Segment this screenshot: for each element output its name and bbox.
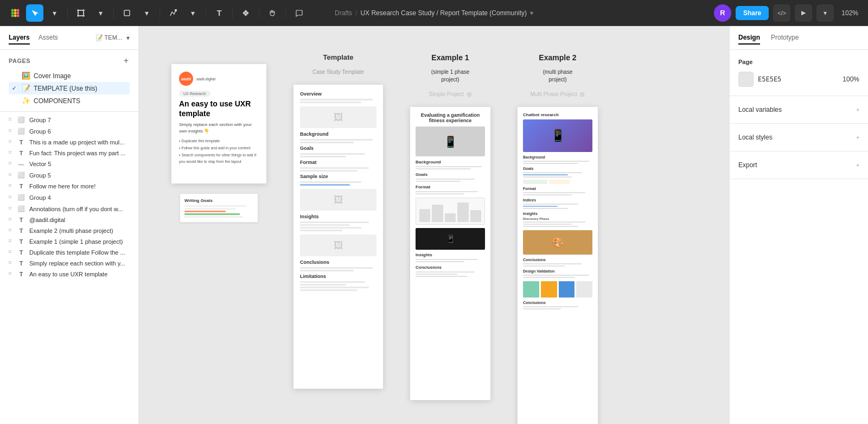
- tpl-img-2: 🖼: [300, 189, 376, 211]
- layer-name-text8: Simply replace each section with y...: [29, 260, 125, 267]
- move-tool-button[interactable]: [26, 4, 43, 22]
- ex2-color-blocks: [523, 281, 592, 298]
- svg-point-5: [17, 11, 20, 14]
- zoom-level[interactable]: 102%: [838, 9, 861, 17]
- page-color-swatch[interactable]: [738, 72, 754, 87]
- example2-artboard[interactable]: Chatbot research 📱 Background Goals: [518, 107, 598, 424]
- frame-tool-button[interactable]: [72, 4, 90, 22]
- page-color-value[interactable]: E5E5E5: [758, 75, 781, 83]
- play-dropdown[interactable]: ▾: [816, 4, 834, 22]
- layer-text-aadil-digital[interactable]: T @aadil.digital: [0, 214, 138, 225]
- export-title: Export: [738, 161, 757, 169]
- page-item-components[interactable]: ✨ COMPONENTS: [9, 94, 130, 107]
- code-view-button[interactable]: </>: [773, 4, 790, 22]
- page-opacity-value[interactable]: 100%: [843, 75, 859, 83]
- layer-text-simply-replace[interactable]: T Simply replace each section with y...: [0, 258, 138, 269]
- share-button[interactable]: Share: [736, 6, 769, 20]
- ex2-conclusions-label: Conclusions: [523, 258, 592, 262]
- canvas-area[interactable]: aadil aadil.digital UX Research An easy …: [139, 26, 729, 424]
- drag-handle-annotations: [9, 207, 13, 211]
- svg-point-6: [11, 14, 14, 17]
- toolbar: ▾ ▾ ▾ ▾: [0, 0, 868, 26]
- drag-handle-text7: [9, 250, 13, 255]
- right-panel: Design Prototype Page E5E5E5 100% Local …: [729, 26, 868, 424]
- layer-icon-group7: ⬜: [17, 116, 25, 123]
- layer-name-group6: Group 6: [29, 128, 51, 135]
- pen-tool-button[interactable]: [164, 4, 182, 22]
- page-color-row: E5E5E5 100%: [738, 72, 859, 87]
- layer-vector5[interactable]: — Vector 5: [0, 159, 138, 169]
- intro-heading: An easy to use UXR template: [179, 99, 259, 118]
- breadcrumb-file-title[interactable]: UX Research Case Study / Report Template…: [360, 9, 527, 17]
- page-icon-cover: 🖼️: [22, 72, 30, 80]
- export-row[interactable]: Export +: [738, 160, 859, 170]
- layer-group5[interactable]: ⬜ Group 5: [0, 169, 138, 181]
- ex2-workshop-img: 🎨: [523, 230, 592, 255]
- intro-badge: UX Research: [179, 91, 210, 97]
- svg-point-2: [17, 9, 20, 11]
- local-styles-section: Local styles +: [730, 124, 868, 151]
- tpl-samplesize-label: Sample size: [300, 174, 376, 179]
- intro-bullets: • Duplicate this template • Follow this …: [179, 138, 259, 165]
- pen-dropdown[interactable]: ▾: [184, 4, 201, 22]
- page-label-cover: Cover Image: [34, 72, 71, 80]
- example1-artboard[interactable]: Evaluating a gamification fitness experi…: [410, 107, 490, 400]
- page-item-template[interactable]: ✓ 📝 TEMPLATE (Use this): [9, 82, 130, 94]
- comment-tool-button[interactable]: [290, 4, 308, 22]
- add-page-button[interactable]: +: [123, 56, 130, 65]
- writing-goals-card[interactable]: Writing Goals: [180, 193, 258, 223]
- tab-chevron[interactable]: ▾: [126, 34, 130, 42]
- user-avatar[interactable]: R: [714, 4, 731, 22]
- ex1-chart: [416, 198, 485, 225]
- layer-text-example2[interactable]: T Example 2 (multi phase project): [0, 225, 138, 236]
- local-variables-row[interactable]: Local variables +: [738, 105, 859, 115]
- ex1-dark-img: 📱: [416, 228, 485, 250]
- frame-dropdown[interactable]: ▾: [92, 4, 109, 22]
- main-menu-button[interactable]: [7, 4, 24, 22]
- ex1-format-label: Format: [416, 185, 485, 189]
- components-tool-button[interactable]: [237, 4, 254, 22]
- text-tool-button[interactable]: T: [210, 4, 228, 22]
- tpl-goals-label: Goals: [300, 145, 376, 151]
- toolbar-right: R Share </> ▶ ▾ 102%: [714, 4, 861, 22]
- example2-title: Example 2: [539, 53, 576, 62]
- layer-group4[interactable]: ⬜ Group 4: [0, 192, 138, 203]
- layer-text-project-mul[interactable]: T This is a made up project with mul...: [0, 137, 138, 148]
- tab-prototype[interactable]: Prototype: [771, 31, 799, 45]
- breadcrumb-drafts[interactable]: Drafts: [335, 9, 352, 17]
- layer-group7[interactable]: ⬜ Group 7: [0, 114, 138, 125]
- layer-name-group7: Group 7: [29, 117, 51, 123]
- hand-tool-button[interactable]: [264, 4, 281, 22]
- layer-text-duplicate[interactable]: T Duplicate this template Follow the ...: [0, 247, 138, 258]
- intro-card[interactable]: aadil aadil.digital UX Research An easy …: [171, 64, 266, 183]
- tab-design[interactable]: Design: [738, 31, 760, 45]
- svg-rect-9: [78, 10, 84, 16]
- layer-icon-text9: T: [17, 271, 25, 277]
- breadcrumb-dropdown-icon[interactable]: ▾: [530, 9, 533, 17]
- page-item-cover[interactable]: 🖼️ Cover Image: [9, 69, 130, 82]
- tab-assets[interactable]: Assets: [39, 31, 58, 45]
- ex2-status-badges: [523, 180, 592, 184]
- shape-tool-button[interactable]: [118, 4, 136, 22]
- move-dropdown[interactable]: ▾: [46, 4, 63, 22]
- tab-layers[interactable]: Layers: [9, 31, 30, 45]
- layer-text-fun-fact[interactable]: T Fun fact: This project was my part ...: [0, 148, 138, 159]
- drag-handle-group6: [9, 129, 13, 134]
- ex2-design-validation-label: Design Validation: [523, 269, 592, 273]
- layer-text-easy-uxr[interactable]: T An easy to use UXR template: [0, 269, 138, 280]
- play-button[interactable]: ▶: [795, 4, 812, 22]
- example1-sublabel: Simple Project: [429, 91, 471, 97]
- page-icon-components: ✨: [22, 97, 30, 105]
- tpl-format-label: Format: [300, 160, 376, 165]
- template-artboard[interactable]: Overview 🖼 Background Goals Format: [293, 85, 383, 389]
- layer-text-follow-me[interactable]: T Follow me here for more!: [0, 181, 138, 192]
- layer-annotations[interactable]: ⬜ Annotations (turn off if you dont w...: [0, 203, 138, 214]
- local-styles-row[interactable]: Local styles +: [738, 132, 859, 142]
- layer-group6[interactable]: ⬜ Group 6: [0, 125, 138, 137]
- current-page-label: 📝 TEM...: [95, 34, 122, 41]
- writing-goals-title: Writing Goals: [184, 198, 253, 203]
- layer-text-example1[interactable]: T Example 1 (simple 1 phase project): [0, 236, 138, 247]
- drag-handle-text4: [9, 218, 13, 222]
- tpl-limitations-label: Limitations: [300, 274, 376, 279]
- shape-dropdown[interactable]: ▾: [138, 4, 155, 22]
